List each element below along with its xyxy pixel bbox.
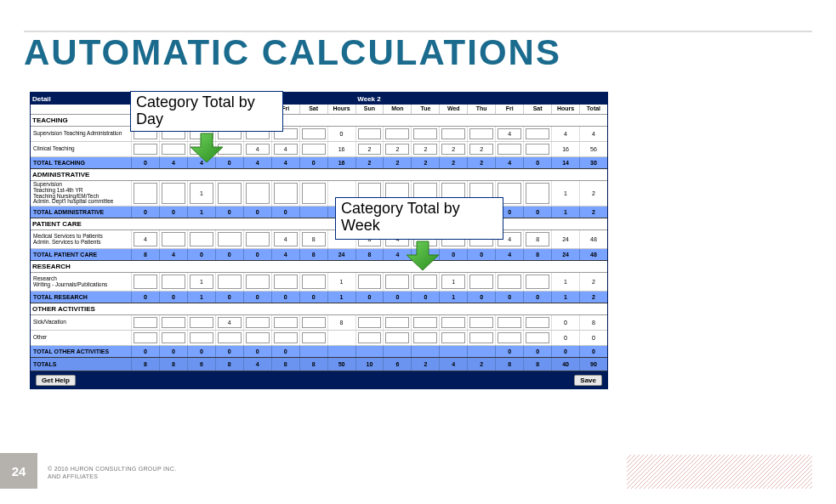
cell[interactable]: 1 xyxy=(187,273,215,291)
cell[interactable] xyxy=(383,331,411,345)
cell[interactable] xyxy=(299,127,327,141)
cell[interactable] xyxy=(523,181,551,206)
cell[interactable] xyxy=(187,315,215,330)
cell[interactable] xyxy=(131,315,159,330)
cell[interactable] xyxy=(243,230,271,248)
cell[interactable] xyxy=(383,273,411,291)
cell[interactable] xyxy=(131,181,159,206)
cell[interactable] xyxy=(495,315,523,330)
cell[interactable] xyxy=(159,273,187,291)
save-button[interactable]: Save xyxy=(574,375,602,386)
cell[interactable] xyxy=(411,331,439,345)
cell[interactable] xyxy=(355,315,384,330)
cell[interactable] xyxy=(159,142,187,156)
cell[interactable]: 4 xyxy=(215,315,243,330)
cell: 0 xyxy=(131,346,159,357)
cell[interactable] xyxy=(467,331,495,345)
day-col: Sat xyxy=(523,105,551,114)
cell[interactable] xyxy=(439,331,467,345)
cell[interactable]: 2 xyxy=(411,142,439,156)
cell[interactable] xyxy=(131,273,159,291)
cell[interactable] xyxy=(439,315,467,330)
cell[interactable] xyxy=(383,127,411,141)
day-col: Total xyxy=(579,105,607,114)
cell[interactable]: 4 xyxy=(131,230,159,248)
cell[interactable] xyxy=(411,315,439,330)
cell: 16 xyxy=(327,142,355,156)
cell: 8 xyxy=(299,249,327,260)
cell[interactable] xyxy=(467,273,495,291)
cell[interactable] xyxy=(215,181,243,206)
cell[interactable] xyxy=(159,315,187,330)
cell: 8 xyxy=(495,358,523,371)
cell[interactable] xyxy=(159,181,187,206)
cell[interactable]: 2 xyxy=(383,142,411,156)
cell[interactable]: 8 xyxy=(299,230,327,248)
cell: 90 xyxy=(579,358,607,371)
cell[interactable] xyxy=(215,331,243,345)
cell[interactable] xyxy=(271,273,299,291)
cell[interactable] xyxy=(243,331,271,345)
cell[interactable] xyxy=(523,331,551,345)
cell[interactable] xyxy=(299,315,327,330)
cell[interactable] xyxy=(215,230,243,248)
cell[interactable]: 8 xyxy=(523,230,551,248)
cell[interactable]: 4 xyxy=(271,230,299,248)
cell: 0 xyxy=(523,157,551,168)
total-patient: TOTAL PATIENT CARE84000482484000482448 xyxy=(31,249,607,261)
cell[interactable] xyxy=(523,315,551,330)
cell[interactable] xyxy=(299,273,327,291)
cell[interactable] xyxy=(271,331,299,345)
cell[interactable] xyxy=(299,142,327,156)
cell: 8 xyxy=(131,358,159,371)
cell[interactable] xyxy=(495,142,523,156)
cell[interactable] xyxy=(383,315,411,330)
cell[interactable]: 2 xyxy=(355,142,384,156)
cell[interactable] xyxy=(355,273,384,291)
cell[interactable]: 4 xyxy=(243,142,271,156)
cell[interactable] xyxy=(355,331,384,345)
cell[interactable] xyxy=(243,181,271,206)
cell: 16 xyxy=(327,157,355,168)
cell[interactable] xyxy=(523,127,551,141)
cell[interactable] xyxy=(495,331,523,345)
cell[interactable] xyxy=(523,142,551,156)
cell[interactable] xyxy=(411,127,439,141)
cell[interactable]: 1 xyxy=(187,181,215,206)
callout-day: Category Total by Day xyxy=(130,91,283,132)
cell[interactable] xyxy=(467,127,495,141)
cell: 16 xyxy=(551,142,579,156)
cell[interactable] xyxy=(243,273,271,291)
cell[interactable] xyxy=(243,315,271,330)
cell[interactable] xyxy=(159,230,187,248)
cell: 0 xyxy=(523,346,551,357)
cell[interactable] xyxy=(215,273,243,291)
cell[interactable] xyxy=(355,127,384,141)
cell[interactable]: 1 xyxy=(439,273,467,291)
cell: 2 xyxy=(411,358,439,371)
cell[interactable] xyxy=(187,230,215,248)
cell[interactable]: 2 xyxy=(439,142,467,156)
cell[interactable] xyxy=(495,273,523,291)
cell[interactable] xyxy=(271,315,299,330)
cell: 2 xyxy=(467,157,495,168)
cell: 0 xyxy=(243,292,271,303)
cell[interactable] xyxy=(187,331,215,345)
cell[interactable] xyxy=(411,273,439,291)
help-button[interactable]: Get Help xyxy=(36,375,76,386)
cell[interactable]: 4 xyxy=(495,127,523,141)
cell xyxy=(383,346,411,357)
cell[interactable] xyxy=(131,142,159,156)
cell[interactable] xyxy=(439,127,467,141)
cell[interactable] xyxy=(523,273,551,291)
cell[interactable] xyxy=(271,181,299,206)
cell[interactable] xyxy=(299,181,327,206)
cell[interactable]: 2 xyxy=(467,142,495,156)
cell[interactable] xyxy=(299,331,327,345)
cell[interactable] xyxy=(159,331,187,345)
cell: 2 xyxy=(579,273,607,291)
cell[interactable] xyxy=(131,331,159,345)
cell[interactable] xyxy=(467,315,495,330)
cell[interactable]: 4 xyxy=(271,142,299,156)
cell: 8 xyxy=(523,358,551,371)
